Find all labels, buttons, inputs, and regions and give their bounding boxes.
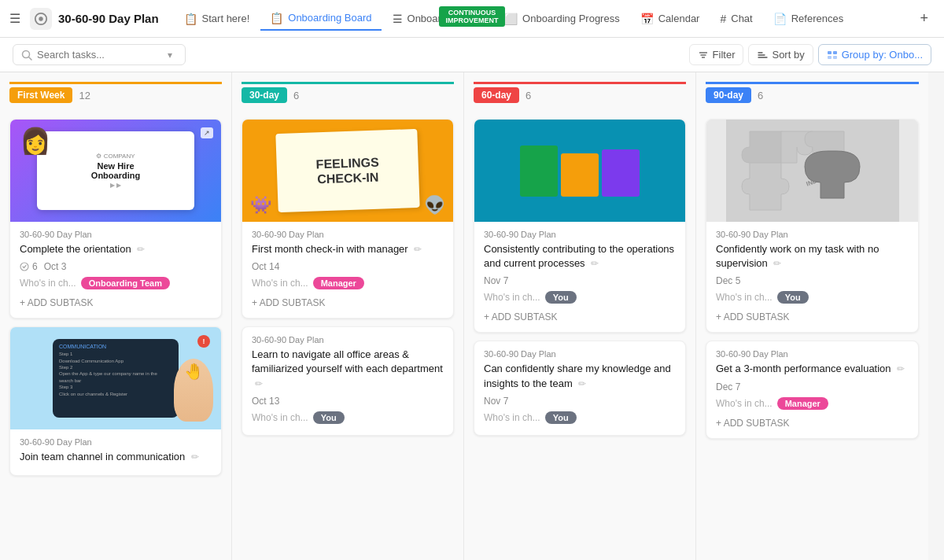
search-box[interactable]: ▾ [13, 44, 186, 65]
card-supervision: INDEPENDENT 30-60-90 Day Plan Confidentl… [706, 119, 919, 333]
assignee-label-checkin: Who's in ch... [252, 278, 308, 289]
search-input[interactable] [37, 49, 163, 61]
company-text: ⚙ COMPANY [96, 153, 135, 160]
column-60day: 60-day 6 CONTINUOUSIMPROVEMENT 30-60-90 … [464, 72, 696, 560]
card-body-orientation: 30-60-90 Day Plan Complete the orientati… [10, 222, 221, 318]
card-date-office: Oct 13 [252, 396, 279, 407]
hand-emoji: 🤚 [174, 359, 213, 422]
card-meta-office: Oct 13 [252, 396, 444, 407]
card-plan-checkin: 30-60-90 Day Plan [252, 230, 444, 239]
card-continuous: CONTINUOUSIMPROVEMENT 30-60-90 Day Plan … [474, 119, 686, 333]
edit-icon-continuous[interactable]: ✏ [591, 258, 599, 269]
play-icon: ▶ ▶ [110, 182, 121, 189]
card-date-knowledge: Nov 7 [484, 396, 508, 407]
sort-label: Sort by [772, 49, 804, 61]
toolbar: ▾ Filter Sort by Group by: Onbo... [0, 38, 944, 72]
edit-icon-checkin[interactable]: ✏ [414, 244, 422, 255]
edit-icon-evaluation[interactable]: ✏ [897, 363, 905, 374]
card-img-communication: COMMUNICATION Step 1Download Communicati… [10, 327, 221, 429]
card-body-knowledge: 30-60-90 Day Plan Can confidently share … [474, 341, 685, 434]
edit-icon-office[interactable]: ✏ [255, 378, 263, 389]
board: First Week 12 👩 ⚙ COMPANY New HireOnboar… [0, 72, 944, 560]
card-plan-knowledge: 30-60-90 Day Plan [484, 349, 676, 359]
col-count-first-week: 12 [79, 90, 90, 101]
assignee-label-supervision: Who's in ch... [716, 292, 773, 303]
card-title-knowledge: Can confidently share my knowledge and i… [484, 362, 676, 390]
manager-tag-evaluation[interactable]: Manager [777, 397, 828, 410]
group-button[interactable]: Group by: Onbo... [818, 44, 931, 65]
filter-label: Filter [713, 49, 736, 61]
col-badge-60day: 60-day [474, 87, 519, 103]
assignee-tag[interactable]: Onboarding Team [81, 277, 170, 289]
card-communication: COMMUNICATION Step 1Download Communicati… [9, 326, 222, 476]
sort-button[interactable]: Sort by [748, 44, 813, 65]
add-subtask-supervision[interactable]: + ADD SUBTASK [716, 308, 909, 326]
card-date-orientation: Oct 3 [44, 261, 67, 272]
edit-icon-comm[interactable]: ✏ [191, 451, 199, 462]
manager-tag[interactable]: Manager [313, 277, 364, 289]
col-count-60day: 6 [525, 90, 531, 101]
column-90day: 90-day 6 INDEPENDENT [696, 72, 928, 560]
card-title-checkin: First month check-in with manager ✏ [252, 242, 444, 256]
add-subtask-btn[interactable]: + ADD SUBTASK [20, 294, 212, 311]
card-meta-knowledge: Nov 7 [484, 396, 676, 407]
comm-inner: COMMUNICATION Step 1Download Communicati… [53, 339, 179, 418]
col-count-30day: 6 [293, 90, 299, 101]
assignee-label-knowledge: Who's in ch... [484, 412, 540, 423]
card-body-evaluation: 30-60-90 Day Plan Get a 3-month performa… [706, 341, 918, 437]
you-tag-knowledge[interactable]: You [545, 411, 577, 424]
card-assignee-row-evaluation: Who's in ch... Manager [716, 397, 909, 410]
card-plan-supervision: 30-60-90 Day Plan [716, 230, 909, 239]
card-assignee-row-continuous: Who's in ch... You [484, 291, 676, 304]
notification-badge: ! [197, 335, 210, 348]
card-plan-continuous: 30-60-90 Day Plan [484, 230, 676, 239]
col-badge-first-week: First Week [9, 87, 72, 103]
group-icon [827, 50, 838, 61]
card-meta-checkin: Oct 14 [252, 261, 444, 272]
col-count-90day: 6 [758, 90, 763, 101]
card-date-continuous: Nov 7 [484, 275, 508, 286]
assignee-label-continuous: Who's in ch... [484, 292, 540, 303]
card-title-communication: Join team channel in communication ✏ [20, 450, 212, 464]
subtask-count: 6 [20, 261, 38, 272]
card-plan-evaluation: 30-60-90 Day Plan [716, 349, 909, 359]
puzzle-bg: INDEPENDENT [706, 120, 918, 222]
card-title-orientation: Complete the orientation ✏ [20, 242, 212, 256]
you-tag-supervision[interactable]: You [777, 291, 809, 304]
col-badge-90day: 90-day [706, 87, 751, 103]
puzzle-svg: INDEPENDENT [726, 120, 899, 222]
toolbar-actions: Filter Sort by Group by: Onbo... [689, 44, 931, 65]
edit-icon-knowledge[interactable]: ✏ [578, 378, 586, 389]
col-header-60day: 60-day 6 [474, 82, 686, 109]
card-knowledge: 30-60-90 Day Plan Can confidently share … [474, 341, 686, 435]
subtask-icon [20, 262, 29, 271]
card-evaluation: 30-60-90 Day Plan Get a 3-month performa… [706, 341, 919, 438]
svg-rect-10 [833, 56, 837, 59]
edit-icon-supervision[interactable]: ✏ [773, 258, 781, 269]
card-assignee-row-supervision: Who's in ch... You [716, 291, 909, 304]
book-yellow [561, 153, 599, 197]
svg-line-3 [29, 57, 32, 60]
card-title-office: Learn to navigate all office areas & fam… [252, 348, 444, 391]
card-img-puzzle: INDEPENDENT [706, 120, 918, 222]
col-header-30day: 30-day 6 [242, 82, 454, 109]
card-assignee-row-checkin: Who's in ch... Manager [252, 277, 444, 289]
edit-icon[interactable]: ✏ [137, 244, 145, 255]
books-container [520, 146, 640, 197]
card-date-evaluation: Dec 7 [716, 381, 740, 392]
filter-button[interactable]: Filter [689, 44, 744, 65]
you-tag-continuous[interactable]: You [545, 291, 577, 304]
card-img-feelings: 👾 FEELINGSCHECK-IN 👽 [242, 120, 453, 222]
svg-rect-7 [828, 51, 832, 54]
col-header-90day: 90-day 6 [706, 82, 919, 109]
you-tag-office[interactable]: You [313, 411, 345, 424]
card-plan-office: 30-60-90 Day Plan [252, 335, 444, 344]
add-subtask-continuous[interactable]: + ADD SUBTASK [484, 308, 676, 326]
card-body-supervision: 30-60-90 Day Plan Confidently work on my… [706, 222, 918, 332]
add-subtask-evaluation[interactable]: + ADD SUBTASK [716, 414, 909, 432]
group-label: Group by: Onbo... [842, 49, 923, 61]
card-body-checkin: 30-60-90 Day Plan First month check-in w… [242, 222, 453, 318]
add-subtask-checkin[interactable]: + ADD SUBTASK [252, 294, 444, 311]
card-office: 30-60-90 Day Plan Learn to navigate all … [242, 326, 454, 436]
card-meta-supervision: Dec 5 [716, 275, 909, 286]
